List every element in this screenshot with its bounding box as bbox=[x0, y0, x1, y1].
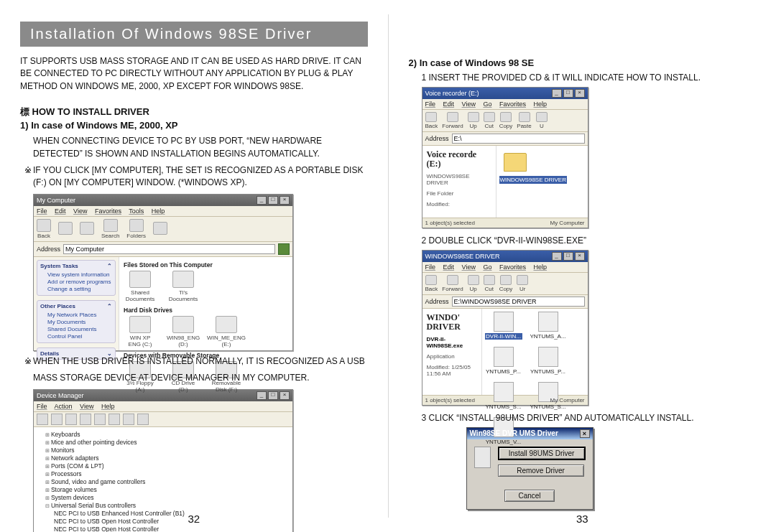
menu-tools[interactable]: Tools bbox=[129, 207, 144, 215]
toolbar-back[interactable]: Back bbox=[425, 112, 438, 129]
menu-help[interactable]: Help bbox=[152, 207, 165, 215]
drive-icon[interactable]: WIN XP ENG (C:) bbox=[124, 316, 157, 347]
menu-edit[interactable]: Edit bbox=[55, 207, 66, 215]
go-button[interactable] bbox=[278, 243, 290, 255]
toolbar-cut[interactable]: Cut bbox=[484, 275, 495, 292]
close-button[interactable]: × bbox=[575, 252, 585, 261]
toolbar-back[interactable]: Back bbox=[37, 219, 51, 239]
toolbar-forward[interactable]: Forward bbox=[442, 275, 463, 292]
cancel-button[interactable]: Cancel bbox=[504, 490, 555, 502]
minimize-button[interactable]: _ bbox=[257, 391, 267, 400]
close-button[interactable]: × bbox=[575, 89, 585, 98]
toolbar-up[interactable]: Up bbox=[468, 275, 479, 292]
menu-go[interactable]: Go bbox=[483, 263, 491, 271]
dm-tool-icon[interactable] bbox=[51, 414, 63, 425]
menu-go[interactable]: Go bbox=[483, 101, 491, 108]
menu-help[interactable]: Help bbox=[101, 403, 115, 410]
close-button[interactable]: × bbox=[280, 196, 290, 205]
toolbar-more[interactable]: U bbox=[536, 112, 548, 129]
drive-icon[interactable]: WIN98_ENG (D:) bbox=[167, 316, 200, 347]
dm-tool-icon[interactable] bbox=[37, 414, 48, 425]
menu-view[interactable]: View bbox=[462, 263, 476, 271]
toolbar-paste[interactable]: Paste bbox=[517, 112, 531, 129]
file-item[interactable]: YNTUMS_P... bbox=[530, 347, 567, 375]
side-modified-label: Modified: bbox=[427, 201, 491, 207]
device-tree-node[interactable]: Processors bbox=[45, 470, 290, 477]
address-input[interactable] bbox=[452, 297, 585, 307]
task-link[interactable]: Add or remove programs bbox=[47, 279, 112, 285]
toolbar-up[interactable] bbox=[80, 222, 94, 235]
file-item[interactable]: YNTUMS_P... bbox=[485, 347, 522, 375]
device-tree-node[interactable]: Ports (COM & LPT) bbox=[45, 462, 290, 470]
dm-tool-icon[interactable] bbox=[108, 414, 120, 425]
menu-favorites[interactable]: Favorites bbox=[499, 263, 526, 271]
folder-icon[interactable] bbox=[504, 153, 527, 172]
device-tree-node[interactable]: Storage volumes bbox=[45, 486, 290, 493]
address-input[interactable] bbox=[63, 244, 275, 254]
toolbar-back[interactable]: Back bbox=[425, 275, 438, 292]
dm-tool-icon[interactable] bbox=[65, 414, 77, 425]
toolbar-up[interactable]: Up bbox=[468, 112, 479, 129]
install-driver-button[interactable]: Install 98UMS Driver bbox=[498, 447, 586, 460]
file-item[interactable]: YNTUMS_S... bbox=[485, 382, 522, 410]
minimize-button[interactable]: _ bbox=[552, 89, 562, 98]
toolbar-views[interactable] bbox=[153, 222, 167, 235]
toolbar-copy[interactable]: Copy bbox=[499, 112, 513, 129]
task-link[interactable]: Change a setting bbox=[47, 286, 112, 292]
maximize-button[interactable]: □ bbox=[563, 89, 573, 98]
menu-help[interactable]: Help bbox=[534, 101, 548, 108]
drive-icon[interactable]: WIN_ME_ENG (E:) bbox=[210, 316, 243, 347]
toolbar-more[interactable]: Ur bbox=[517, 275, 528, 292]
menu-file[interactable]: File bbox=[37, 403, 47, 410]
place-link[interactable]: My Network Places bbox=[47, 312, 112, 318]
folder-icon[interactable]: Ti's Documents bbox=[167, 271, 200, 302]
device-tree-node[interactable]: Keyboards bbox=[45, 431, 290, 438]
dm-tool-icon[interactable] bbox=[94, 414, 106, 425]
maximize-button[interactable]: □ bbox=[268, 391, 278, 400]
place-link[interactable]: Control Panel bbox=[47, 333, 112, 340]
device-tree-node[interactable]: System devices bbox=[45, 494, 290, 501]
close-button[interactable]: × bbox=[580, 429, 590, 438]
place-link[interactable]: My Documents bbox=[47, 319, 112, 325]
toolbar-copy[interactable]: Copy bbox=[499, 275, 513, 292]
menu-file[interactable]: File bbox=[425, 263, 436, 271]
minimize-button[interactable]: _ bbox=[257, 196, 267, 205]
dm-tool-icon[interactable] bbox=[123, 414, 134, 425]
menu-file[interactable]: File bbox=[37, 207, 47, 215]
menu-view[interactable]: View bbox=[462, 101, 476, 108]
folder-icon[interactable]: Shared Documents bbox=[124, 271, 157, 302]
device-tree-node[interactable]: Monitors bbox=[45, 447, 290, 454]
device-tree-node[interactable]: Sound, video and game controllers bbox=[45, 478, 290, 485]
menu-favorites[interactable]: Favorites bbox=[95, 207, 121, 215]
menu-edit[interactable]: Edit bbox=[443, 101, 455, 108]
toolbar-cut[interactable]: Cut bbox=[484, 112, 495, 129]
menu-edit[interactable]: Edit bbox=[443, 263, 455, 271]
menu-action[interactable]: Action bbox=[55, 403, 73, 410]
device-tree-node[interactable]: Network adapters bbox=[45, 454, 290, 462]
file-item[interactable]: YNTUMS_S... bbox=[530, 382, 567, 410]
place-link[interactable]: Shared Documents bbox=[47, 326, 112, 332]
close-button[interactable]: × bbox=[280, 391, 290, 400]
address-input[interactable] bbox=[452, 134, 585, 144]
toolbar-forward[interactable]: Forward bbox=[442, 112, 463, 129]
menu-favorites[interactable]: Favorites bbox=[499, 101, 526, 108]
file-item[interactable]: DVR-II-WIN... bbox=[485, 312, 522, 340]
menu-file[interactable]: File bbox=[425, 101, 436, 108]
minimize-button[interactable]: _ bbox=[552, 252, 562, 261]
device-tree-leaf[interactable]: NEC PCI to USB Open Host Controller bbox=[54, 526, 290, 532]
menu-help[interactable]: Help bbox=[534, 263, 548, 271]
dm-tool-icon[interactable] bbox=[137, 414, 149, 425]
my-computer-toolbar: Back Search Folders bbox=[34, 217, 292, 242]
menu-view[interactable]: View bbox=[73, 207, 87, 215]
dm-tool-icon[interactable] bbox=[80, 414, 91, 425]
toolbar-search[interactable]: Search bbox=[101, 219, 119, 239]
menu-view[interactable]: View bbox=[80, 403, 93, 410]
maximize-button[interactable]: □ bbox=[563, 252, 573, 261]
remove-driver-button[interactable]: Remove Driver bbox=[498, 465, 584, 477]
task-link[interactable]: View system information bbox=[47, 271, 112, 278]
toolbar-folders[interactable]: Folders bbox=[126, 219, 146, 239]
maximize-button[interactable]: □ bbox=[268, 196, 278, 205]
device-tree-node[interactable]: Mice and other pointing devices bbox=[45, 439, 290, 446]
file-item[interactable]: YNTUMS_A... bbox=[530, 312, 567, 340]
toolbar-forward[interactable] bbox=[58, 222, 73, 235]
